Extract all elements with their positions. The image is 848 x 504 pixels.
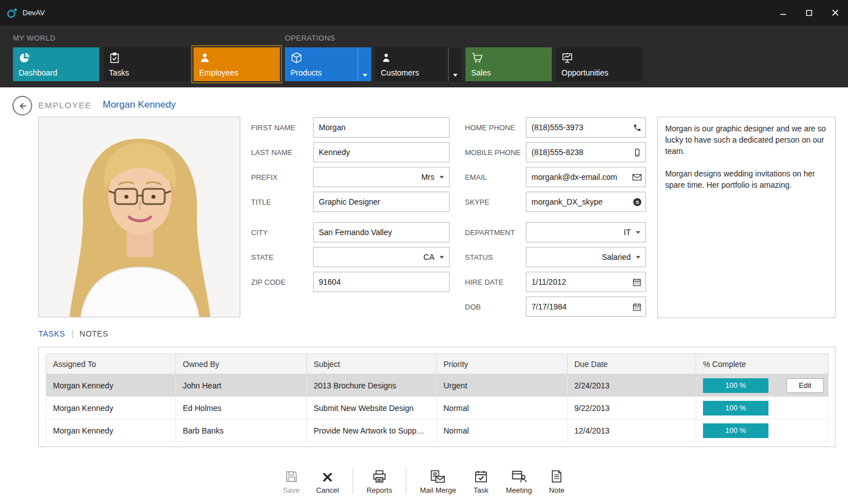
calendar-icon[interactable]	[629, 297, 645, 316]
col-header-priority[interactable]: Priority	[437, 354, 568, 374]
toolbar-separator	[353, 467, 353, 494]
form-column-left: FIRST NAME LAST NAME PREFIX Mrs TITLE	[251, 117, 450, 297]
ribbon-button-employees[interactable]: Employees	[194, 47, 280, 81]
meeting-button[interactable]: Meeting	[506, 467, 532, 494]
dob-input[interactable]	[526, 297, 629, 316]
ribbon-button-tasks[interactable]: Tasks	[103, 47, 190, 81]
task-button[interactable]: Task	[470, 467, 493, 494]
minimize-button[interactable]	[770, 0, 796, 25]
employees-icon	[199, 52, 274, 66]
first-name-input[interactable]	[314, 118, 449, 137]
save-icon	[285, 467, 298, 483]
chevron-down-icon	[636, 231, 640, 234]
close-button[interactable]	[822, 0, 848, 25]
status-select[interactable]: Salaried	[526, 247, 646, 267]
chevron-down-icon	[363, 74, 367, 77]
col-header-subject[interactable]: Subject	[307, 354, 437, 374]
window-controls	[770, 0, 848, 25]
cell-owned-by: Ed Holmes	[176, 397, 307, 419]
notes-paragraph: Morgan designs wedding invitations on he…	[665, 168, 828, 191]
skype-input[interactable]	[526, 192, 629, 211]
cell-priority: Normal	[437, 419, 568, 442]
phone-icon[interactable]	[629, 118, 645, 137]
city-input[interactable]	[314, 223, 449, 242]
mail-merge-button[interactable]: Mail Merge	[420, 467, 456, 494]
skype-icon[interactable]: S	[629, 192, 645, 211]
title-field	[313, 192, 450, 212]
prefix-value: Mrs	[421, 173, 434, 182]
progress-badge: 100 %	[703, 401, 768, 415]
cell-percent-complete: 100 %	[696, 419, 829, 442]
cancel-button[interactable]: Cancel	[316, 467, 339, 494]
ribbon-button-label: Customers	[381, 68, 442, 77]
cell-priority: Normal	[437, 397, 568, 419]
dob-field	[526, 297, 646, 317]
ribbon-button-label: Employees	[199, 68, 274, 77]
cancel-icon	[322, 467, 333, 483]
ribbon-group-my-world: MY WORLD Dashboard Tasks	[13, 34, 280, 81]
tasks-table: Assigned To Owned By Subject Priority Du…	[46, 353, 829, 442]
email-label: EMAIL	[465, 173, 526, 182]
task-row[interactable]: Morgan Kennedy Barb Banks Provide New Ar…	[46, 419, 829, 442]
ribbon-button-opportunities[interactable]: Opportunities	[556, 47, 642, 81]
opportunities-icon	[561, 52, 636, 66]
content-area: EMPLOYEE Morgan Kennedy	[0, 87, 848, 504]
ribbon-button-sales[interactable]: Sales	[465, 47, 552, 81]
last-name-input[interactable]	[314, 143, 449, 162]
ribbon-button-customers[interactable]: Customers	[375, 47, 462, 81]
mobile-icon[interactable]	[629, 143, 645, 162]
email-icon[interactable]	[629, 167, 645, 187]
sales-icon	[471, 52, 546, 66]
cell-assigned-to: Morgan Kennedy	[46, 397, 176, 419]
zip-input[interactable]	[314, 272, 449, 291]
tab-tasks[interactable]: TASKS	[38, 329, 65, 338]
tab-notes[interactable]: NOTES	[80, 329, 108, 338]
col-header-percent-complete[interactable]: % Complete	[696, 354, 829, 374]
col-header-owned-by[interactable]: Owned By	[176, 354, 307, 374]
mobile-phone-input[interactable]	[526, 143, 629, 162]
tasks-icon	[109, 52, 184, 66]
task-calendar-icon	[474, 467, 487, 483]
save-button[interactable]: Save	[280, 467, 302, 494]
calendar-icon[interactable]	[629, 272, 645, 291]
cell-due-date: 2/24/2013	[568, 374, 696, 397]
back-button[interactable]	[12, 96, 32, 116]
prefix-select[interactable]: Mrs	[313, 167, 450, 187]
state-select[interactable]: CA	[313, 247, 450, 267]
notes-memo[interactable]: Morgan is our graphic designer and we ar…	[657, 117, 836, 318]
dob-label: DOB	[465, 303, 526, 311]
toolbar-separator	[406, 467, 406, 494]
hire-date-input[interactable]	[526, 272, 629, 291]
hire-date-field	[526, 272, 646, 292]
department-value: IT	[624, 228, 631, 237]
reports-button[interactable]: Reports	[367, 467, 393, 494]
ribbon-button-label: Products	[291, 68, 352, 77]
tasks-table-container: Assigned To Owned By Subject Priority Du…	[38, 347, 836, 447]
ribbon-button-products[interactable]: Products	[285, 47, 371, 81]
department-select[interactable]: IT	[526, 222, 646, 242]
skype-field: S	[526, 192, 646, 212]
note-button[interactable]: Note	[546, 467, 568, 494]
email-input[interactable]	[526, 167, 629, 187]
cell-owned-by: John Heart	[176, 374, 307, 397]
customers-dropdown-arrow[interactable]	[448, 47, 462, 81]
home-phone-input[interactable]	[526, 118, 629, 137]
meeting-icon	[512, 467, 526, 483]
products-dropdown-arrow[interactable]	[358, 47, 371, 81]
cell-due-date: 12/4/2013	[568, 419, 696, 442]
cell-percent-complete: 100 % Edit	[696, 374, 829, 397]
city-field	[313, 222, 450, 242]
col-header-assigned-to[interactable]: Assigned To	[46, 354, 176, 374]
state-value: CA	[424, 253, 434, 262]
ribbon-button-dashboard[interactable]: Dashboard	[13, 47, 99, 81]
col-header-due-date[interactable]: Due Date	[568, 354, 696, 374]
title-input[interactable]	[314, 192, 449, 211]
products-icon	[291, 52, 352, 66]
task-row[interactable]: Morgan Kennedy John Heart 2013 Brochure …	[46, 374, 829, 397]
section-label: EMPLOYEE	[38, 100, 92, 110]
chevron-down-icon	[636, 256, 640, 259]
customers-icon	[381, 52, 442, 66]
task-row[interactable]: Morgan Kennedy Ed Holmes Submit New Webs…	[46, 397, 829, 419]
maximize-button[interactable]	[796, 0, 822, 25]
edit-button[interactable]: Edit	[787, 378, 824, 393]
